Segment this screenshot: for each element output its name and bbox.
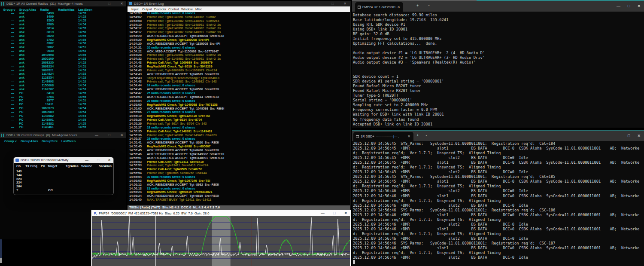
console2-tab-title: 1R DSD+ ----------------|--- : [361,135,399,138]
channel-table-body: 143144223224264?CC [16,157,113,195]
console-line: 2025.12.09 14:56:45 +DMR slot2 BS DATA D… [353,156,644,160]
console-line: Found Rafael Micro R820T tuner [353,84,644,89]
console-line: Database search distance: 99.90 miles [353,13,644,18]
channel-row[interactable]: 264 [16,185,113,189]
minimize-button[interactable]: — [617,134,620,138]
console-line: Sampling rate set to 2.400000 MHz [353,103,644,107]
console-line: 2025.12.09 14:56:46 +DMR slot2 BS DATA D… [353,236,644,241]
console-line: 2025.12.09 14:56:46 +DMR slot2 BS DATA D… [353,222,644,227]
radio-row[interactable]: ---PC114946114:55 [3,125,126,129]
console-line: SDR device count = 1 [353,74,644,79]
console-line: SDR device #1 serial string = '00000001' [353,79,644,84]
maximize-button[interactable]: □ [628,4,630,8]
terminal-tab-icon [358,6,361,9]
console-line: Using DSD+ link ID 20001 [353,27,644,32]
groups-table-header: Group vGroupAliasGroupSizeLastSeen [4,139,126,143]
console-line: 2025.12.09 14:56:46 +DMR slot1 BS DATA D… [353,246,644,251]
console-line: 2025.12.09 14:56:45 SYS_Parms: SysCode=1… [353,141,644,146]
console-line: Audio output device #3 = 'Speakers (Real… [353,60,644,65]
minimize-button[interactable]: — [95,132,98,138]
cell-radio: 1149461 [25,125,54,129]
console-line: d; Registration req'd; Ver 1.7.1; Unsync… [353,232,644,236]
dsdplus-console-window: 1R DSD+ ----------------|--- : ✕ + ⌄ — □… [352,130,644,266]
radios-table-body: ---unk849814:55---unk849914:52---unk8505… [3,1,126,132]
close-button[interactable]: ✕ [637,4,641,8]
console-line: Optimizing FFT calculations... done. [353,41,644,46]
console-line: 2025.12.09 14:56:45 SYS_Parms: SysCode=1… [353,174,644,179]
console-line: 2025.12.09 14:56:45 +DMR slot1 BS DATA D… [353,146,644,151]
console-line: 2025.12.09 14:56:46 +DMR slot2 BS DATA D… [353,255,644,260]
channel-row[interactable]: 144 [16,174,113,177]
console-line: d; Registration req'd; Ver 1.7.1; Unsync… [353,151,644,156]
channel-row[interactable]: ?CC [16,189,113,193]
eventlog-body: 14:53:5919 radio records saved; 0 aliase… [128,1,350,205]
console1-body[interactable]: Database search distance: 99.90 milesBas… [352,12,644,128]
radios-window: DSD+ 1R All Current Radios (31) MaxAge=4… [0,1,126,132]
console-line [353,46,644,51]
console-line: Serial string = '00000001' [353,98,644,103]
edge-sliver-gray [0,258,2,263]
minimize-button[interactable]: — [321,211,325,215]
log-message: NAK: TARGET BUSY Tgt=12411 Src=13411 [147,198,211,202]
log-line: 14:56:40NAK: TARGET BUSY Tgt=12411 Src=1… [128,198,350,202]
maximize-button[interactable]: □ [333,211,335,215]
channel-row[interactable]: 224 [16,181,113,185]
close-button[interactable]: ✕ [344,211,347,215]
spectrum-window: F, FMP24 '00000001' FM 415.63125+7538 Hz… [91,210,351,266]
channel-row[interactable]: 223 [16,177,113,181]
tab-close-icon[interactable]: ✕ [397,5,400,9]
console-line: RF gain: 32.0 dB [353,32,644,37]
column-header: GroupSize [42,139,58,143]
tab-dropdown-button[interactable]: ⌄ [425,133,428,137]
console2-body[interactable]: 2025.12.09 14:56:45 SYS_Parms: SysCode=1… [352,141,644,266]
channel-activity-window: DSD+ TIIIStd 1R Channel Activity — □ ✕ C… [13,157,114,195]
groups-window-title: DSD+ 1R Current Groups (0) MaxAge=4 hour… [6,133,77,137]
cell-group: --- [3,125,14,129]
console-cursor-line [353,260,644,265]
eventlog-statusbar: TIIIStd [Auto] (TAIT) Site:H2-4.2 DCC:0 … [128,205,350,210]
spectrum-titlebar[interactable]: F, FMP24 '00000001' FM 415.63125+7538 Hz… [91,210,351,216]
spectrum-plot[interactable] [92,216,350,266]
cell-lastseen: 14:55 [78,125,86,129]
groups-titlebar[interactable]: DSD+ 1R Current Groups (0) MaxAge=4 hour… [0,132,126,138]
tab-dropdown-button[interactable]: ⌄ [428,3,430,7]
console-line [353,70,644,74]
eventlog-window: DSD+ 1R Event Log — □ ✕ InputOutputDecod… [128,1,350,210]
console-line: 2025.12.09 14:56:46 +DMR slot1 BS DATA D… [353,194,644,199]
console-line: Accepted DSD+ link on link ID 20001 [353,122,644,127]
maximize-button[interactable]: □ [108,132,110,138]
new-tab-button[interactable]: + [416,133,419,138]
cell-groupalias: PC [19,125,23,129]
console-line: Waiting for DSD+ link with link ID 20001 [353,112,644,117]
maximize-button[interactable]: □ [628,134,630,138]
console-line: 2025.12.09 14:56:45 +DMR slot1 BS DATA D… [353,160,644,165]
tab-close-icon[interactable]: ✕ [407,135,410,138]
fmp24-console-window: FMP24 in: 1 out:20001 corr:0.l ✕ + ⌄ — □… [352,0,644,128]
console1-tab[interactable]: FMP24 in: 1 out:20001 corr:0.l ✕ [355,2,403,12]
console-line: 2025.12.09 14:56:46 +DMR slot2 BS DATA D… [353,203,644,208]
console-line: Using RTL SDR device #1 [353,22,644,27]
column-header: Group v [4,139,17,143]
minimize-button[interactable]: — [617,4,620,8]
new-tab-button[interactable]: + [416,3,419,8]
console2-tab[interactable]: 1R DSD+ ----------------|--- : ✕ [353,132,413,141]
console-line: No frequency data files found [353,117,644,122]
console-line: Found Rafael Micro R820T tuner [353,89,644,93]
text-cursor [353,260,355,264]
cell-target: CC [48,189,53,193]
console-line: d; Registration req'd; Ver 1.7.1; Unsync… [353,184,644,189]
console-line: Initial frequency set to 415.000000 MHz [353,37,644,41]
console1-tab-title: FMP24 in: 1 out:20001 corr:0.l [362,5,397,9]
column-header: LastSeen [61,139,76,143]
close-button[interactable]: ✕ [120,132,123,138]
console-line: 2025.12.09 14:56:46 SYS_Parms: SysCode=1… [353,208,644,213]
console-line: d; Registration req'd; Ver 1.7.1; Unsync… [353,217,644,222]
console-line: 2025.12.09 14:56:46 SYS_Parms: SysCode=1… [353,241,644,246]
spectrum-window-icon: F, [94,211,97,215]
console-line: Audio output device #2 = 'LG ULTRAGEAR+ … [353,55,644,60]
console-line: Base latitude/longitude: 19.7163 -155.62… [353,18,644,22]
console-line: 2025.12.09 14:56:46 +DMR slot1 BS DATA D… [353,227,644,232]
close-button[interactable]: ✕ [637,134,641,138]
console-line [353,65,644,70]
channel-row[interactable]: 143 [16,170,113,174]
